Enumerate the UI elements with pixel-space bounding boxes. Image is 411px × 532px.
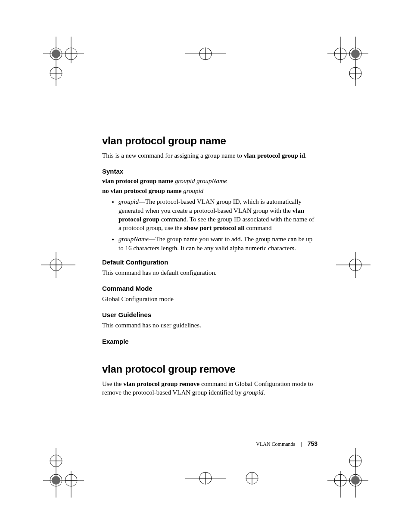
syntax2-bold: no vlan protocol group name: [102, 187, 181, 194]
reg-mark-right-icon: [336, 252, 371, 278]
list-item: groupName—The group name you want to add…: [118, 235, 318, 252]
content-block: vlan protocol group name This is a new c…: [102, 135, 318, 404]
user-guidelines-heading: User Guidelines: [102, 311, 318, 318]
s2-intro-ital: groupid: [243, 389, 264, 396]
section1-intro: This is a new command for assigning a gr…: [102, 151, 318, 160]
default-config-heading: Default Configuration: [102, 258, 318, 266]
param-term: groupName: [118, 236, 149, 243]
footer-chapter: VLAN Commands: [256, 441, 295, 447]
list-item: groupid—The protocol-based VLAN group ID…: [118, 197, 318, 232]
svg-point-62: [246, 472, 258, 484]
svg-point-5: [65, 48, 77, 60]
svg-point-8: [50, 67, 62, 79]
footer-page-number: 753: [308, 440, 318, 447]
reg-mark-bottom-right-icon: [327, 448, 368, 498]
params-list: groupid—The protocol-based VLAN group ID…: [102, 197, 318, 252]
svg-point-4: [52, 50, 60, 58]
section1-title: vlan protocol group name: [102, 135, 318, 147]
reg-mark-top-right-icon: [327, 37, 368, 86]
section2-title: vlan protocol group remove: [102, 363, 318, 375]
svg-point-59: [199, 472, 212, 484]
param-text-a: —The protocol-based VLAN group ID, which…: [118, 198, 302, 214]
syntax-heading: Syntax: [102, 168, 318, 175]
syntax1-ital: groupid groupName: [175, 177, 227, 184]
reg-mark-top-left-icon: [43, 37, 84, 86]
syntax1-bold: vlan protocol group name: [102, 177, 173, 184]
svg-point-19: [349, 67, 361, 79]
svg-point-3: [50, 48, 62, 60]
intro-post: .: [305, 152, 307, 159]
svg-point-33: [349, 259, 361, 271]
page-footer: VLAN Commands | 753: [0, 440, 318, 448]
syntax2-ital: groupid: [183, 187, 203, 194]
svg-point-39: [50, 474, 62, 486]
page: vlan protocol group name This is a new c…: [0, 0, 411, 532]
reg-mark-bottom-left-icon: [43, 448, 84, 498]
example-heading: Example: [102, 338, 318, 345]
svg-point-52: [334, 474, 346, 486]
s2-intro-bold: vlan protocol group remove: [123, 380, 199, 387]
reg-mark-left-icon: [41, 252, 75, 278]
command-mode-body: Global Configuration mode: [102, 295, 318, 303]
param-term: groupid: [118, 198, 139, 205]
section2-intro: Use the vlan protocol group remove comma…: [102, 380, 318, 397]
svg-point-50: [349, 474, 361, 486]
reg-mark-bottom-extra-icon: [241, 467, 263, 489]
svg-point-28: [50, 259, 62, 271]
svg-point-44: [50, 455, 62, 467]
param-bold-b: show port protocol all: [184, 224, 244, 231]
svg-point-40: [52, 476, 60, 485]
svg-point-14: [349, 48, 361, 60]
svg-point-23: [199, 48, 212, 60]
command-mode-heading: Command Mode: [102, 285, 318, 292]
user-guidelines-body: This command has no user guidelines.: [102, 321, 318, 330]
syntax-line-1: vlan protocol group name groupid groupNa…: [102, 177, 318, 185]
footer-separator-icon: |: [301, 441, 302, 447]
svg-point-51: [351, 476, 360, 485]
svg-point-55: [349, 455, 361, 467]
syntax-line-2: no vlan protocol group name groupid: [102, 187, 318, 195]
intro-pre: This is a new command for assigning a gr…: [102, 152, 244, 159]
s2-intro-pre: Use the: [102, 380, 123, 387]
intro-bold: vlan protocol group id: [244, 152, 305, 159]
s2-intro-post: .: [264, 389, 265, 396]
svg-point-16: [334, 48, 346, 60]
reg-mark-top-center-icon: [185, 43, 226, 65]
reg-mark-bottom-center-icon: [185, 467, 226, 489]
svg-point-41: [65, 474, 77, 486]
svg-point-15: [351, 50, 360, 58]
default-config-body: This command has no default configuratio…: [102, 268, 318, 277]
param-text-c: command: [245, 224, 272, 231]
